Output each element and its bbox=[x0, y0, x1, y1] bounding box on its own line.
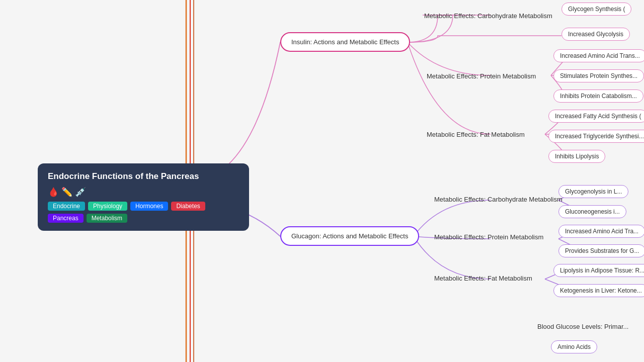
glucagon-protein-branch: Metabolic Effects: Protein Metabolism bbox=[430, 231, 547, 243]
tag-diabetes[interactable]: Diabetes bbox=[171, 202, 205, 211]
tag-endocrine[interactable]: Endocrine bbox=[48, 202, 85, 211]
info-panel: Endocrine Functions of the Pancreas 🩸 ✏️… bbox=[38, 163, 249, 231]
amino-acid-trans-glucagon-node[interactable]: Increased Amino Acid Tra... bbox=[558, 225, 644, 238]
insulin-protein-branch: Metabolic Effects: Protein Metabolism bbox=[423, 70, 540, 82]
blood-glucose-branch: Blood Glucose Levels: Primar... bbox=[533, 321, 632, 332]
panel-title: Endocrine Functions of the Pancreas bbox=[48, 171, 239, 182]
glucagon-fat-branch: Metabolic Effects: Fat Metabolism bbox=[430, 273, 536, 284]
tag-metabolism[interactable]: Metabolism bbox=[87, 214, 127, 223]
lipolysis-adipose-node[interactable]: Lipolysis in Adipose Tissue: R... bbox=[553, 264, 644, 277]
gluconeogenesis-node[interactable]: Gluconeogenesis i... bbox=[558, 205, 626, 218]
amino-acids-node[interactable]: Amino Acids bbox=[551, 340, 597, 353]
increased-fatty-acid-node[interactable]: Increased Fatty Acid Synthesis ( bbox=[548, 110, 644, 123]
ketogenesis-node[interactable]: Ketogenesis in Liver: Ketone... bbox=[553, 284, 644, 297]
stim-protein-synthesis-node[interactable]: Stimulates Protein Synthes... bbox=[553, 69, 644, 82]
glucagon-node[interactable]: Glucagon: Actions and Metabolic Effects bbox=[280, 226, 419, 246]
tag-physiology[interactable]: Physiology bbox=[88, 202, 127, 211]
glycogen-synthesis-node[interactable]: Glycogen Synthesis ( bbox=[561, 3, 631, 16]
glucagon-carb-branch: Metabolic Effects: Carbohydrate Metaboli… bbox=[430, 194, 567, 205]
provides-substrates-node[interactable]: Provides Substrates for G... bbox=[558, 244, 644, 257]
tag-hormones[interactable]: Hormones bbox=[130, 202, 168, 211]
insulin-fat-branch: Metabolic Effects: Fat Metabolism bbox=[423, 129, 529, 140]
glycogenolysis-node[interactable]: Glycogenolysis in L... bbox=[558, 185, 628, 198]
panel-icons: 🩸 ✏️ 💉 bbox=[48, 187, 239, 198]
inhibits-protein-catab-node[interactable]: Inhibits Protein Catabolism... bbox=[553, 89, 643, 103]
amino-acid-trans-insulin-node[interactable]: Increased Amino Acid Trans... bbox=[553, 49, 644, 62]
increased-triglyceride-node[interactable]: Increased Triglyceride Synthesi... bbox=[548, 130, 644, 143]
insulin-node[interactable]: Insulin: Actions and Metabolic Effects bbox=[280, 32, 410, 52]
panel-tags: Endocrine Physiology Hormones Diabetes P… bbox=[48, 202, 239, 223]
insulin-carb-branch: Metabolic Effects: Carbohydrate Metaboli… bbox=[420, 10, 556, 22]
increased-glycolysis-node[interactable]: Increased Glycolysis bbox=[561, 28, 630, 41]
inhibits-lipolysis-node[interactable]: Inhibits Lipolysis bbox=[548, 150, 605, 163]
tag-pancreas[interactable]: Pancreas bbox=[48, 214, 84, 223]
